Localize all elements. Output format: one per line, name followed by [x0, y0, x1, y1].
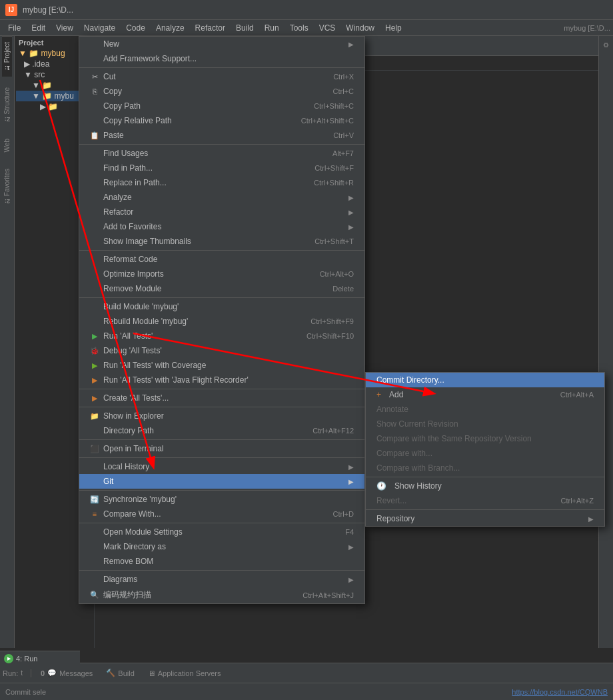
ctx-new[interactable]: New ▶	[79, 37, 364, 51]
app-logo: IJ	[5, 4, 17, 16]
local-history-arrow: ▶	[348, 463, 354, 471]
ctx-rebuild-module[interactable]: Rebuild Module 'mybug' Ctrl+Shift+F9	[79, 314, 364, 329]
menu-edit[interactable]: Edit	[26, 22, 51, 34]
ctx-run-all-tests[interactable]: ▶Run 'All Tests' Ctrl+Shift+F10	[79, 329, 364, 343]
ctx-copy-rel-path[interactable]: Copy Relative Path Ctrl+Alt+Shift+C	[79, 113, 364, 128]
submenu-repository[interactable]: Repository ▶	[366, 511, 604, 526]
ctx-add-framework[interactable]: Add Framework Support...	[79, 51, 364, 66]
ctx-sep-9	[79, 490, 364, 491]
ctx-open-terminal[interactable]: ⬛Open in Terminal	[79, 441, 364, 456]
ctx-copy[interactable]: ⎘Copy Ctrl+C	[79, 84, 364, 99]
message-icon: 💬	[47, 669, 57, 677]
sidebar-tab-favorites[interactable]: 2: Favorites	[2, 163, 12, 210]
ctx-sep-5	[79, 389, 364, 389]
bottom-tab-messages[interactable]: 0 💬 Messages	[34, 666, 99, 680]
build-icon: 🔨	[106, 669, 115, 677]
ctx-reformat[interactable]: Reformat Code	[79, 252, 364, 267]
ctx-synchronize[interactable]: 🔄Synchronize 'mybug'	[79, 492, 364, 507]
ctx-git[interactable]: Git ▶	[79, 474, 364, 489]
right-sidebar: ⚙	[598, 36, 613, 648]
ctx-sep-1	[79, 67, 364, 68]
title-bar-text: mybug [E:\D...	[23, 5, 73, 15]
ctx-local-history[interactable]: Local History ▶	[79, 459, 364, 474]
ctx-open-module-settings[interactable]: Open Module Settings F4	[79, 525, 364, 539]
git-arrow: ▶	[348, 478, 354, 485]
git-submenu: Commit Directory... +Add Ctrl+Alt+A Anno…	[365, 372, 605, 527]
right-sidebar-label[interactable]: ⚙	[602, 41, 610, 49]
menu-refactor[interactable]: Refactor	[190, 22, 231, 34]
run-play-button[interactable]: ▶	[4, 654, 13, 663]
mark-dir-arrow: ▶	[348, 543, 354, 551]
menu-window[interactable]: Window	[340, 22, 380, 34]
ctx-compare-with[interactable]: ≡Compare With... Ctrl+D	[79, 507, 364, 521]
repository-arrow: ▶	[588, 515, 594, 523]
ctx-run-recorder[interactable]: ▶Run 'All Tests' with 'Java Flight Recor…	[79, 373, 364, 387]
ctx-cut[interactable]: ✂Cut Ctrl+X	[79, 69, 364, 84]
sidebar-tab-project[interactable]: 1: Project	[2, 36, 12, 77]
ctx-sep-11	[79, 570, 364, 571]
ctx-add-favorites[interactable]: Add to Favorites ▶	[79, 219, 364, 234]
run-controls: Run: t	[3, 669, 31, 677]
commit-status: Commit sele	[5, 688, 46, 696]
ctx-paste[interactable]: 📋Paste Ctrl+V	[79, 128, 364, 143]
bottom-tab-app-servers[interactable]: 🖥 Application Servers	[141, 667, 228, 680]
title-bar: IJ mybug [E:\D...	[0, 0, 613, 20]
submenu-add[interactable]: +Add Ctrl+Alt+A	[366, 387, 604, 402]
ctx-sep-2	[79, 144, 364, 145]
ctx-build-module[interactable]: Build Module 'mybug'	[79, 299, 364, 314]
left-sidebar-tabs: 1: Project Z: Structure Web 2: Favorites	[0, 36, 15, 648]
ctx-find-usages[interactable]: Find Usages Alt+F7	[79, 146, 364, 161]
ctx-directory-path[interactable]: Directory Path Ctrl+Alt+F12	[79, 423, 364, 438]
ctx-show-explorer[interactable]: 📁Show in Explorer	[79, 409, 364, 423]
submenu-compare-branch: Compare with Branch...	[366, 461, 604, 475]
submenu-compare-same: Compare with the Same Repository Version	[366, 431, 604, 446]
ctx-replace-in-path[interactable]: Replace in Path... Ctrl+Shift+R	[79, 175, 364, 190]
context-menu: New ▶ Add Framework Support... ✂Cut Ctrl…	[79, 36, 365, 604]
ctx-mark-directory[interactable]: Mark Directory as ▶	[79, 539, 364, 554]
menu-code[interactable]: Code	[121, 22, 151, 34]
ctx-debug-all-tests[interactable]: 🐞Debug 'All Tests'	[79, 343, 364, 358]
sidebar-tab-web[interactable]: Web	[2, 133, 12, 157]
run-bar: ▶ 4: Run	[0, 651, 80, 665]
submenu-show-history[interactable]: 🕐Show History	[366, 479, 604, 493]
ctx-sep-7	[79, 439, 364, 440]
submenu-annotate: Annotate	[366, 402, 604, 417]
ctx-analyze[interactable]: Analyze ▶	[79, 190, 364, 205]
project-title: mybug [E:\D...	[564, 24, 610, 32]
ctx-show-thumbnails[interactable]: Show Image Thumbnails Ctrl+Shift+T	[79, 234, 364, 249]
ctx-sep-10	[79, 523, 364, 523]
ctx-sep-4	[79, 297, 364, 298]
ctx-optimize-imports[interactable]: Optimize Imports Ctrl+Alt+O	[79, 267, 364, 281]
ctx-sep-6	[79, 407, 364, 407]
submenu-sep-1	[366, 477, 604, 477]
menu-vcs[interactable]: VCS	[314, 22, 341, 34]
ctx-run-coverage[interactable]: ▶Run 'All Tests' with Coverage	[79, 358, 364, 373]
menu-analyze[interactable]: Analyze	[151, 22, 190, 34]
menu-file[interactable]: File	[3, 22, 26, 34]
bottom-tab-build[interactable]: 🔨 Build	[99, 666, 141, 680]
server-icon: 🖥	[148, 669, 155, 677]
ctx-refactor[interactable]: Refactor ▶	[79, 205, 364, 219]
ctx-remove-bom[interactable]: Remove BOM	[79, 554, 364, 569]
menu-help[interactable]: Help	[380, 22, 407, 34]
submenu-commit-dir[interactable]: Commit Directory...	[366, 373, 604, 387]
ctx-find-in-path[interactable]: Find in Path... Ctrl+Shift+F	[79, 161, 364, 175]
status-url[interactable]: https://blog.csdn.net/CQWNB	[512, 688, 608, 696]
ctx-copy-path[interactable]: Copy Path Ctrl+Shift+C	[79, 99, 364, 113]
ctx-new-arrow: ▶	[348, 41, 354, 48]
ctx-sep-3	[79, 250, 364, 251]
ctx-scan[interactable]: 🔍编码规约扫描 Ctrl+Alt+Shift+J	[79, 587, 364, 603]
diagrams-arrow: ▶	[348, 576, 354, 583]
menu-build[interactable]: Build	[231, 22, 259, 34]
submenu-show-revision: Show Current Revision	[366, 417, 604, 431]
status-bar: Commit sele https://blog.csdn.net/CQWNB	[0, 683, 613, 700]
ctx-remove-module[interactable]: Remove Module Delete	[79, 281, 364, 296]
ctx-create-all-tests[interactable]: ▶Create 'All Tests'...	[79, 391, 364, 405]
submenu-revert: Revert... Ctrl+Alt+Z	[366, 493, 604, 508]
menu-tools[interactable]: Tools	[285, 22, 314, 34]
menu-run[interactable]: Run	[259, 22, 285, 34]
sidebar-tab-structure[interactable]: Z: Structure	[2, 82, 12, 128]
menu-navigate[interactable]: Navigate	[79, 22, 121, 34]
ctx-diagrams[interactable]: Diagrams ▶	[79, 572, 364, 587]
menu-view[interactable]: View	[51, 22, 79, 34]
